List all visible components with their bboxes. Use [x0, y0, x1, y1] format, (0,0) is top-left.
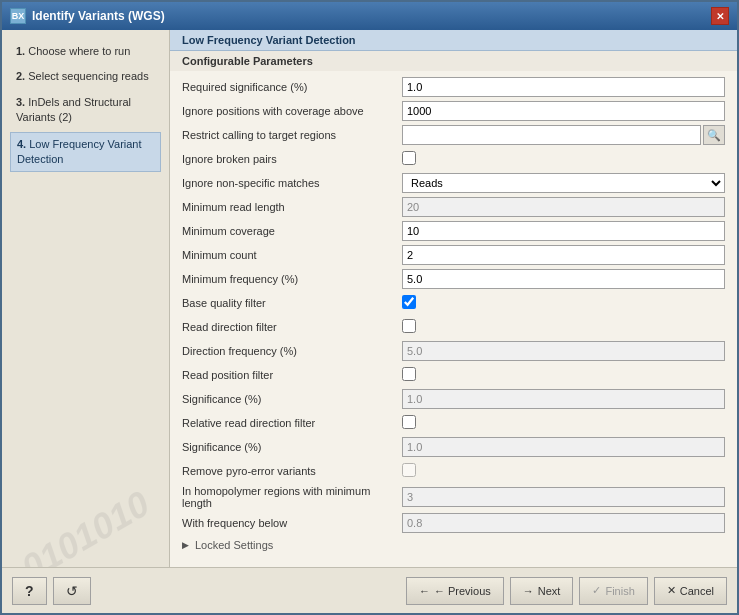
param-control-min-read-length [402, 197, 725, 217]
input-ignore-coverage[interactable] [402, 101, 725, 121]
param-row-read-position: Read position filter [170, 363, 737, 387]
checkbox-rel-read-direction[interactable] [402, 415, 416, 429]
sidebar-item-low-freq[interactable]: 4. Low Frequency Variant Detection [10, 132, 161, 173]
param-control-base-quality [402, 295, 725, 312]
finish-check-icon: ✓ [592, 584, 601, 597]
close-button[interactable]: ✕ [711, 7, 729, 25]
help-button[interactable]: ? [12, 577, 47, 605]
footer-left: ? ↺ [12, 577, 91, 605]
param-control-ignore-broken [402, 151, 725, 168]
folder-button-restrict-target[interactable]: 🔍 [703, 125, 725, 145]
input-direction-frequency[interactable] [402, 341, 725, 361]
param-control-with-frequency [402, 513, 725, 533]
param-row-ignore-coverage: Ignore positions with coverage above [170, 99, 737, 123]
param-row-in-homopolymer: In homopolymer regions with minimum leng… [170, 483, 737, 511]
input-with-frequency[interactable] [402, 513, 725, 533]
param-label-significance-1: Significance (%) [182, 393, 402, 405]
input-significance-2[interactable] [402, 437, 725, 457]
param-label-remove-pyro: Remove pyro-error variants [182, 465, 402, 477]
checkbox-read-direction[interactable] [402, 319, 416, 333]
cancel-label: Cancel [680, 585, 714, 597]
param-row-significance-1: Significance (%) [170, 387, 737, 411]
param-control-in-homopolymer [402, 487, 725, 507]
triangle-icon: ▶ [182, 540, 189, 550]
reset-icon: ↺ [66, 583, 78, 599]
sidebar-item-choose-where[interactable]: 1. Choose where to run [10, 40, 161, 63]
next-label: Next [538, 585, 561, 597]
sidebar-item-select-reads[interactable]: 2. Select sequencing reads [10, 65, 161, 88]
param-control-read-direction [402, 319, 725, 336]
param-label-min-count: Minimum count [182, 249, 402, 261]
checkbox-ignore-broken[interactable] [402, 151, 416, 165]
section-header: Low Frequency Variant Detection [170, 30, 737, 51]
reset-button[interactable]: ↺ [53, 577, 91, 605]
param-label-direction-frequency: Direction frequency (%) [182, 345, 402, 357]
input-min-coverage[interactable] [402, 221, 725, 241]
param-row-min-count: Minimum count [170, 243, 737, 267]
param-row-min-frequency: Minimum frequency (%) [170, 267, 737, 291]
main-panel: Low Frequency Variant Detection Configur… [170, 30, 737, 567]
previous-arrow-icon: ← [419, 585, 430, 597]
input-restrict-target[interactable] [402, 125, 701, 145]
input-required-sig[interactable] [402, 77, 725, 97]
title-bar-left: BX Identify Variants (WGS) [10, 8, 165, 24]
sidebar-item-indels[interactable]: 3. InDels and Structural Variants (2) [10, 91, 161, 130]
content-area: 1. Choose where to run 2. Select sequenc… [2, 30, 737, 567]
input-significance-1[interactable] [402, 389, 725, 409]
subsection-header: Configurable Parameters [170, 51, 737, 71]
title-bar: BX Identify Variants (WGS) ✕ [2, 2, 737, 30]
param-label-rel-read-direction: Relative read direction filter [182, 417, 402, 429]
param-control-min-frequency [402, 269, 725, 289]
checkbox-base-quality[interactable] [402, 295, 416, 309]
checkbox-read-position[interactable] [402, 367, 416, 381]
footer-right: ← ← Previous → Next ✓ Finish ✕ Cancel [406, 577, 727, 605]
param-row-rel-read-direction: Relative read direction filter [170, 411, 737, 435]
param-row-restrict-target: Restrict calling to target regions 🔍 [170, 123, 737, 147]
param-label-in-homopolymer: In homopolymer regions with minimum leng… [182, 485, 402, 509]
param-control-ignore-nonspecific: Reads None Both [402, 173, 725, 193]
window-title: Identify Variants (WGS) [32, 9, 165, 23]
param-control-significance-1 [402, 389, 725, 409]
param-label-ignore-broken: Ignore broken pairs [182, 153, 402, 165]
param-label-read-direction: Read direction filter [182, 321, 402, 333]
param-control-rel-read-direction [402, 415, 725, 432]
cancel-button[interactable]: ✕ Cancel [654, 577, 727, 605]
param-row-ignore-broken: Ignore broken pairs [170, 147, 737, 171]
param-control-min-coverage [402, 221, 725, 241]
param-control-restrict-target: 🔍 [402, 125, 725, 145]
next-arrow-icon: → [523, 585, 534, 597]
param-row-direction-frequency: Direction frequency (%) [170, 339, 737, 363]
help-icon: ? [25, 583, 34, 599]
param-label-with-frequency: With frequency below [182, 517, 402, 529]
param-row-read-direction: Read direction filter [170, 315, 737, 339]
sidebar-watermark: 0101010 [3, 476, 169, 567]
input-in-homopolymer[interactable] [402, 487, 725, 507]
param-row-required-sig: Required significance (%) [170, 75, 737, 99]
finish-label: Finish [605, 585, 634, 597]
param-label-min-frequency: Minimum frequency (%) [182, 273, 402, 285]
checkbox-remove-pyro[interactable] [402, 463, 416, 477]
sidebar: 1. Choose where to run 2. Select sequenc… [2, 30, 170, 567]
previous-button[interactable]: ← ← Previous [406, 577, 504, 605]
param-control-direction-frequency [402, 341, 725, 361]
param-row-base-quality: Base quality filter [170, 291, 737, 315]
locked-settings-label: Locked Settings [195, 539, 273, 551]
param-row-ignore-nonspecific: Ignore non-specific matches Reads None B… [170, 171, 737, 195]
param-label-min-coverage: Minimum coverage [182, 225, 402, 237]
param-label-significance-2: Significance (%) [182, 441, 402, 453]
finish-button[interactable]: ✓ Finish [579, 577, 647, 605]
param-row-remove-pyro: Remove pyro-error variants [170, 459, 737, 483]
next-button[interactable]: → Next [510, 577, 574, 605]
param-control-required-sig [402, 77, 725, 97]
param-label-base-quality: Base quality filter [182, 297, 402, 309]
select-ignore-nonspecific[interactable]: Reads None Both [402, 173, 725, 193]
param-control-read-position [402, 367, 725, 384]
param-control-significance-2 [402, 437, 725, 457]
param-label-ignore-nonspecific: Ignore non-specific matches [182, 177, 402, 189]
locked-settings-row[interactable]: ▶ Locked Settings [170, 535, 737, 555]
input-min-frequency[interactable] [402, 269, 725, 289]
input-min-count[interactable] [402, 245, 725, 265]
param-label-restrict-target: Restrict calling to target regions [182, 129, 402, 141]
param-label-ignore-coverage: Ignore positions with coverage above [182, 105, 402, 117]
input-min-read-length[interactable] [402, 197, 725, 217]
